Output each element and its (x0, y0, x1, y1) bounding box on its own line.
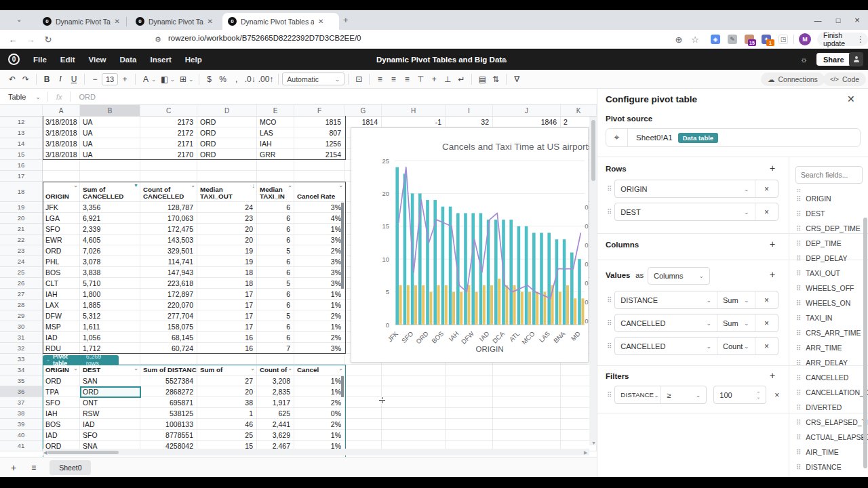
cell[interactable] (446, 375, 493, 386)
cell[interactable]: 20 (197, 235, 257, 245)
cell[interactable] (43, 160, 80, 171)
cell[interactable]: 0% (294, 408, 345, 419)
cell[interactable]: 3% (294, 235, 345, 245)
row-field-select[interactable]: ORIGIN⌄ (615, 180, 755, 197)
cell[interactable] (493, 365, 561, 375)
row-header-22[interactable]: 22 (0, 235, 43, 245)
profile-avatar[interactable]: M (799, 33, 811, 45)
merge-cells-icon[interactable]: ⊡ (352, 73, 366, 86)
cell[interactable]: 19 (197, 245, 257, 256)
extensions-puzzle-icon[interactable]: ◳ (778, 35, 788, 44)
cell[interactable]: 3% (294, 256, 345, 267)
valign-top-icon[interactable]: ⊤ (414, 73, 427, 86)
valign-bottom-icon[interactable]: ⊥ (441, 73, 454, 86)
cell[interactable]: 38 (197, 397, 257, 408)
insert-chart-icon[interactable]: ▤ (475, 73, 489, 86)
menu-view[interactable]: View (82, 56, 113, 64)
cell[interactable]: 4,605 (80, 235, 140, 245)
cell[interactable]: 1% (294, 430, 345, 441)
cell[interactable]: 2,441 (257, 419, 294, 430)
bold-icon[interactable]: B (40, 73, 54, 86)
cell[interactable]: UA (80, 138, 140, 149)
drag-handle-icon[interactable]: ⠿ (607, 208, 612, 216)
menu-insert[interactable]: Insert (143, 56, 178, 64)
italic-icon[interactable]: I (54, 73, 67, 86)
cell[interactable]: 329,501 (140, 245, 197, 256)
new-tab-button[interactable]: + (343, 15, 349, 25)
font-decrease-icon[interactable]: − (88, 73, 102, 86)
freeze-icon[interactable]: ⇅ (489, 73, 502, 86)
cell[interactable]: 1,885 (80, 300, 140, 310)
name-box[interactable]: Table⌄ (0, 93, 47, 101)
cell[interactable]: 3% (294, 267, 345, 278)
row-header-26[interactable]: 26 (0, 278, 43, 289)
h-scrollbar[interactable] (43, 449, 589, 455)
align-right-icon[interactable]: ≡ (400, 73, 414, 86)
cell[interactable]: 19 (197, 256, 257, 267)
cell[interactable] (294, 354, 345, 365)
cell[interactable]: 6 (257, 202, 294, 213)
cell[interactable]: BOS (43, 419, 80, 430)
add-column-field-button[interactable]: + (767, 239, 778, 249)
menu-file[interactable]: File (26, 56, 54, 64)
field-item-dep-delay[interactable]: ⠿DEP_DELAY (796, 254, 847, 262)
cell[interactable]: 1% (294, 375, 345, 386)
cell[interactable]: 68,145 (140, 332, 197, 343)
column-header-F[interactable]: F (294, 105, 345, 117)
cell[interactable]: 158,075 (140, 321, 197, 332)
cell[interactable]: 147,943 (140, 267, 197, 278)
cell[interactable]: DFW (43, 310, 80, 321)
drag-handle-icon[interactable]: ⠿ (607, 391, 612, 399)
cell[interactable]: 1% (294, 224, 345, 235)
cell[interactable]: MCO (257, 117, 294, 127)
cell[interactable]: UA (80, 149, 140, 160)
field-item-crs-elapsed-time[interactable]: ⠿CRS_ELAPSED_TIME (796, 418, 868, 426)
theme-icon[interactable]: ☼ (800, 55, 808, 64)
cell[interactable]: SFO (43, 224, 80, 235)
cell[interactable]: 1% (294, 321, 345, 332)
cell[interactable] (345, 375, 382, 386)
cell[interactable]: 8778551 (140, 430, 197, 441)
column-header-J[interactable]: J (493, 105, 561, 117)
window-maximize-button[interactable]: □ (829, 10, 848, 30)
bookmark-star-icon[interactable]: ☆ (688, 32, 703, 47)
cell[interactable]: IAH (43, 408, 80, 419)
field-item-cancellation-c-[interactable]: ⠿CANCELLATION_C... (796, 388, 868, 396)
value-agg-select[interactable]: Count⌄ (717, 338, 755, 354)
pivot1-header-0[interactable]: ORIGIN⌄ (43, 182, 80, 202)
add-sheet-button[interactable]: + (11, 462, 16, 473)
cell[interactable]: 1256 (294, 138, 345, 149)
cell[interactable]: 172,897 (140, 289, 197, 300)
cell[interactable] (493, 386, 561, 397)
code-button[interactable]: </> Code (823, 73, 866, 86)
font-size-box[interactable]: 13 (102, 73, 118, 85)
field-item-taxi-in[interactable]: ⠿TAXI_IN (796, 314, 832, 322)
value-field-select[interactable]: DISTANCE⌄ (615, 291, 717, 308)
pivot1-header-4[interactable]: Median TAXI_IN⌄ (257, 182, 294, 202)
cell[interactable] (197, 171, 257, 182)
cell[interactable]: 1,800 (80, 289, 140, 300)
cell[interactable]: 6 (257, 289, 294, 300)
drag-handle-icon[interactable]: ⠿ (607, 319, 612, 327)
pivot2-header-2[interactable]: Sum of DISTANCE⌄ (140, 365, 197, 375)
row-header-32[interactable]: 32 (0, 343, 43, 354)
cell[interactable]: 3/18/2018 (43, 127, 80, 138)
text-color-chevron-icon[interactable]: ⌄ (151, 76, 157, 83)
cell[interactable] (345, 419, 382, 430)
cell[interactable]: 23 (197, 213, 257, 224)
row-header-27[interactable]: 27 (0, 289, 43, 300)
cell[interactable]: 7 (257, 343, 294, 354)
field-item-cancelled[interactable]: ⠿CANCELLED (796, 373, 848, 382)
forward-icon[interactable]: → (23, 32, 38, 47)
pivot2-header-4[interactable]: Count of⌄ (257, 365, 294, 375)
field-item-origin[interactable]: ⠿ORIGIN (796, 195, 831, 203)
cell[interactable]: 538125 (140, 408, 197, 419)
cell[interactable]: SAN (80, 375, 140, 386)
cell[interactable] (80, 160, 140, 171)
rowzero-logo[interactable]: 0 (8, 54, 20, 65)
decimal-increase-icon[interactable]: .00↑ (257, 73, 275, 86)
cell[interactable]: 1,611 (80, 321, 140, 332)
cell[interactable]: 5,710 (80, 278, 140, 289)
cell[interactable]: 277,704 (140, 310, 197, 321)
valign-middle-icon[interactable]: + (427, 73, 441, 86)
